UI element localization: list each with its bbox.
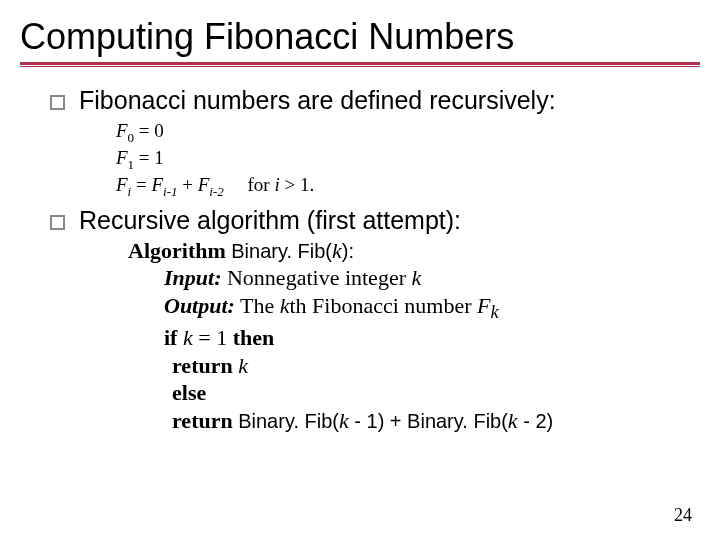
fim1-sym: F bbox=[151, 174, 163, 195]
var-k: k bbox=[332, 238, 342, 263]
algo-return-k: return k bbox=[172, 352, 700, 380]
algo-header: Algorithm Binary. Fib(k): bbox=[128, 237, 700, 265]
kw-input: Input: bbox=[164, 265, 221, 290]
bullet-square-icon bbox=[50, 95, 65, 110]
fib-definitions: F0 = 0 F1 = 1 Fi = Fi-1 + Fi-2 for i > 1… bbox=[116, 119, 700, 200]
algo-if: if k = 1 then bbox=[164, 324, 700, 352]
if-cond: = 1 bbox=[193, 325, 233, 350]
fn-name: Binary. Fib( bbox=[238, 410, 339, 432]
kw-output: Output: bbox=[164, 293, 235, 318]
fim1-sub: i-1 bbox=[163, 184, 177, 199]
bullet-square-icon bbox=[50, 215, 65, 230]
var-k: k bbox=[238, 353, 248, 378]
fi-eq: = bbox=[131, 174, 151, 195]
fim2-sym: F bbox=[198, 174, 210, 195]
var-k: k bbox=[339, 408, 349, 433]
algo-return-rec: return Binary. Fib(k - 1) + Binary. Fib(… bbox=[172, 407, 700, 435]
var-k: k bbox=[183, 325, 193, 350]
f1-rhs: = 1 bbox=[134, 147, 164, 168]
algo-else: else bbox=[172, 379, 700, 407]
algo-output: Output: The kth Fibonacci number Fk bbox=[164, 292, 700, 324]
fi-cond: for bbox=[224, 174, 275, 195]
fn-name: Binary. Fib( bbox=[231, 240, 332, 262]
f0-rhs: = 0 bbox=[134, 120, 164, 141]
title-underline bbox=[20, 62, 700, 68]
var-k: k bbox=[508, 408, 518, 433]
f1-sym: F bbox=[116, 147, 128, 168]
fi-plus: + bbox=[178, 174, 198, 195]
var-k: k bbox=[411, 265, 421, 290]
var-k: k bbox=[280, 293, 290, 318]
algo-input: Input: Nonnegative integer k bbox=[164, 264, 700, 292]
kw-else: else bbox=[172, 380, 206, 405]
output-text2: th Fibonacci number bbox=[290, 293, 478, 318]
algorithm-block: Algorithm Binary. Fib(k): Input: Nonnega… bbox=[128, 237, 700, 434]
slide-title: Computing Fibonacci Numbers bbox=[20, 18, 700, 56]
bullet-2-text: Recursive algorithm (first attempt): bbox=[79, 206, 461, 235]
arg1-tail: - 1) + bbox=[349, 410, 407, 432]
arg2-tail: - 2) bbox=[518, 410, 554, 432]
bullet-2: Recursive algorithm (first attempt): bbox=[50, 206, 700, 235]
fn-name: Binary. Fib( bbox=[407, 410, 508, 432]
out-Fk-F: F bbox=[477, 293, 490, 318]
page-number: 24 bbox=[674, 505, 692, 526]
out-Fk-k: k bbox=[491, 302, 499, 322]
f0-sym: F bbox=[116, 120, 128, 141]
kw-then: then bbox=[233, 325, 275, 350]
fim2-sub: i-2 bbox=[209, 184, 223, 199]
fi-cond-tail: > 1. bbox=[280, 174, 314, 195]
close-colon: ): bbox=[342, 240, 354, 262]
kw-return: return bbox=[172, 353, 238, 378]
kw-if: if bbox=[164, 325, 183, 350]
bullet-1: Fibonacci numbers are defined recursivel… bbox=[50, 86, 700, 115]
kw-return: return bbox=[172, 408, 238, 433]
fi-sym: F bbox=[116, 174, 128, 195]
input-text: Nonnegative integer bbox=[221, 265, 411, 290]
kw-algorithm: Algorithm bbox=[128, 238, 231, 263]
bullet-1-text: Fibonacci numbers are defined recursivel… bbox=[79, 86, 556, 115]
output-text1: The bbox=[235, 293, 280, 318]
